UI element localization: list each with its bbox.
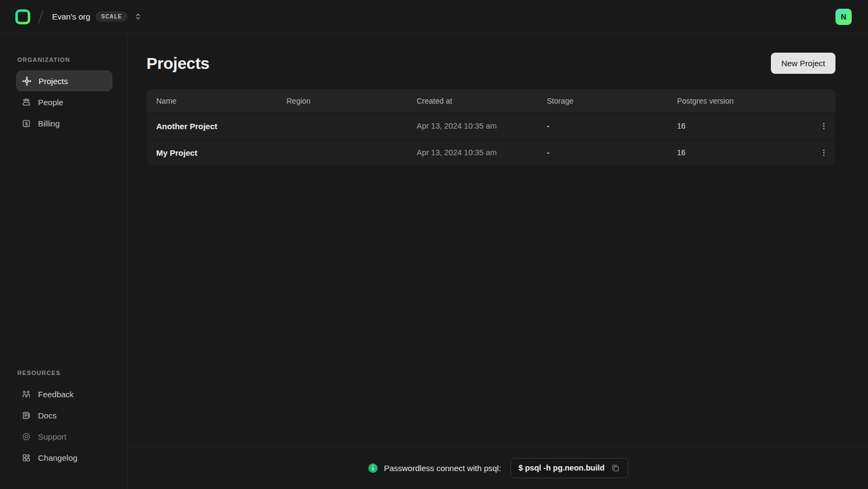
user-avatar[interactable]: N	[835, 9, 852, 25]
new-project-button[interactable]: New Project	[771, 53, 835, 74]
projects-icon	[22, 77, 31, 86]
column-header-name: Name	[146, 97, 277, 105]
sidebar-item-label: Changelog	[38, 453, 78, 462]
sidebar-item-label: People	[38, 98, 63, 107]
row-actions-kebab-icon[interactable]	[819, 119, 828, 133]
psql-command-box[interactable]: $ psql -h pg.neon.build	[510, 458, 629, 478]
sidebar-item-feedback[interactable]: Feedback	[16, 384, 112, 404]
project-created-at: Apr 13, 2024 10:35 am	[407, 148, 537, 157]
sidebar-item-label: Billing	[38, 119, 60, 128]
support-icon	[22, 432, 31, 441]
main-area: Projects New Project Name Region Created…	[128, 34, 868, 489]
project-name[interactable]: Another Project	[146, 122, 277, 131]
sidebar-item-label: Support	[38, 432, 67, 441]
row-actions-kebab-icon[interactable]	[819, 145, 828, 160]
sidebar-item-docs[interactable]: Docs	[16, 405, 112, 426]
people-icon	[22, 98, 31, 107]
project-name[interactable]: My Project	[146, 148, 277, 157]
column-header-storage: Storage	[537, 97, 667, 105]
sidebar-item-billing[interactable]: $ Billing	[16, 113, 112, 134]
sidebar-item-label: Projects	[39, 77, 68, 86]
sidebar-item-label: Feedback	[38, 390, 74, 399]
breadcrumb-slash	[38, 10, 43, 23]
table-header-row: Name Region Created at Storage Postgres …	[146, 89, 835, 112]
neon-logo-icon[interactable]	[14, 8, 31, 26]
project-storage: -	[537, 148, 667, 157]
app-window: Evan's org SCALE N ORGANIZATION	[0, 0, 868, 489]
changelog-icon	[22, 453, 31, 462]
column-header-created-at: Created at	[407, 97, 537, 105]
billing-icon: $	[22, 119, 31, 128]
projects-table: Name Region Created at Storage Postgres …	[146, 89, 835, 166]
sidebar-section-resources: RESOURCES	[17, 370, 112, 376]
feedback-icon	[22, 390, 31, 399]
org-name[interactable]: Evan's org	[52, 12, 90, 21]
page-title: Projects	[146, 54, 209, 73]
sidebar-item-changelog[interactable]: Changelog	[16, 447, 112, 468]
docs-icon	[22, 411, 31, 420]
plan-badge: SCALE	[95, 11, 127, 22]
topbar: Evan's org SCALE N	[0, 0, 868, 34]
psql-connect-label: Passwordless connect with psql:	[384, 463, 501, 473]
sidebar-item-label: Docs	[38, 411, 56, 420]
psql-command-text: $ psql -h pg.neon.build	[519, 463, 605, 472]
sidebar: ORGANIZATION Projects	[0, 34, 128, 489]
sidebar-item-people[interactable]: People	[16, 92, 112, 112]
info-icon	[368, 463, 378, 473]
org-switcher-icon[interactable]	[133, 11, 143, 22]
sidebar-spacer	[16, 134, 112, 370]
project-postgres-version: 16	[667, 122, 809, 130]
sidebar-item-support[interactable]: Support	[16, 426, 112, 447]
psql-footer-bar: Passwordless connect with psql: $ psql -…	[128, 446, 868, 489]
project-storage: -	[537, 122, 667, 130]
sidebar-section-organization: ORGANIZATION	[17, 56, 112, 63]
copy-icon[interactable]	[611, 463, 620, 473]
svg-text:$: $	[25, 120, 28, 126]
column-header-postgres-version: Postgres version	[667, 97, 809, 105]
project-postgres-version: 16	[667, 148, 809, 157]
column-header-region: Region	[277, 97, 407, 105]
table-row[interactable]: My Project Apr 13, 2024 10:35 am - 16	[146, 139, 835, 166]
table-row[interactable]: Another Project Apr 13, 2024 10:35 am - …	[146, 112, 835, 139]
sidebar-item-projects[interactable]: Projects	[16, 71, 112, 91]
project-created-at: Apr 13, 2024 10:35 am	[407, 122, 537, 130]
